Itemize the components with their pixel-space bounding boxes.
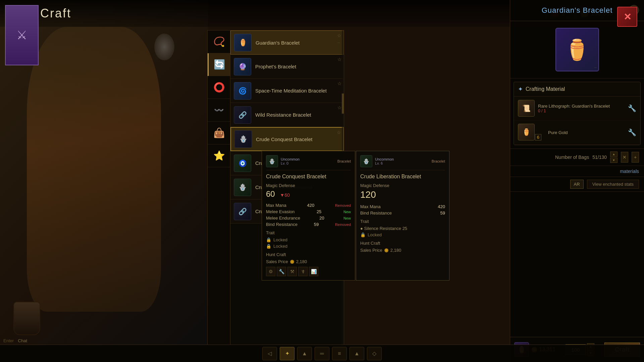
wrench-icon: 🔧 [628,104,636,112]
stat-row: Melee Endurance 20 New [266,216,351,221]
mirror-prop [154,34,174,60]
nav-diamond[interactable]: ✦ [280,347,294,360]
tooltip-type: Bracelet [337,159,351,163]
trait-locked-right: Locked [368,232,382,237]
trait-name: Locked [273,237,287,242]
sales-label: Sales Price [266,259,288,264]
tooltip-icon-5[interactable]: 📊 [309,267,318,276]
bottom-navigation: ◁ ✦ ▲ ═ ≡ ▲ ◇ [0,345,644,362]
tooltip-left-header: 🪬 Uncommon Lv. 0 Bracelet [266,155,351,170]
crafting-header-label: Crafting Material [526,86,565,92]
tooltip-icons-row: ⚙ 🔧 ⚒ 🗡 📊 [266,267,351,276]
nav-diamond-outline[interactable]: ◇ [367,347,382,360]
item-thumbnail: 🌀 [234,82,251,100]
trait-item-right: ● Silence Resistance 25 [360,226,445,231]
tooltip-container: 🪬 Uncommon Lv. 0 Bracelet Crude Conquest… [262,151,449,281]
close-button[interactable]: ✕ [617,7,637,27]
qty-arrows[interactable]: ▲ ▼ [610,152,618,163]
item-dots: ··· [337,41,340,45]
item-name-label: Crude Conquest Bracelet [256,136,340,142]
chat-label[interactable]: Chat [18,338,27,343]
tooltip-icon-1[interactable]: ⚙ [266,267,275,276]
trait-name-2: Locked [273,244,287,249]
bags-label: Number of Bags [555,155,589,160]
favorite-icon[interactable]: ☆ [337,33,341,38]
tooltip-right-header: 🪬 Uncommon Lv. 6 Bracelet [360,155,445,170]
gold-material-icon: ⚱️ [518,124,535,140]
pot-decoration [13,302,40,335]
trait-silence: ● Silence Resistance 25 [360,226,407,231]
list-item[interactable]: 🔮 Prophet's Bracelet ☆ [230,55,344,79]
materials-link[interactable]: materials [510,166,644,177]
nav-menu[interactable]: ≡ [332,347,347,360]
nav-back[interactable]: ◁ [262,347,277,360]
close-qty-btn[interactable]: ✕ [621,152,628,163]
favorite-icon[interactable]: ☆ [337,81,342,86]
trait-label-right: Trait [360,219,445,224]
tooltip-icon-4[interactable]: 🗡 [298,267,308,276]
favorite-icon[interactable]: ☆ [337,57,342,62]
stat-row: Bind Resistance 59 Removed [266,222,351,227]
list-item[interactable]: 🪬 Crude Conquest Bracelet ☆ [230,127,344,151]
bag-icon: 👜 [213,127,225,138]
tooltip-icon-3[interactable]: ⚒ [287,267,297,276]
crafting-materials-panel: ✦ Crafting Material 📜 Rare Lithograph: G… [514,82,641,145]
bracelet-icon: 🔄 [214,59,225,70]
settings-btn[interactable]: + [632,152,639,163]
tooltip-item-icon-small-right: 🪬 [360,155,372,167]
category-necklace[interactable]: 📿 [208,31,230,53]
qty-up-arrow[interactable]: ▲ [610,152,618,157]
trait-label: Trait [266,230,351,235]
sales-label-right: Sales Price [360,248,382,253]
detail-image-area: ⚱️ [510,21,644,78]
list-item[interactable]: 🔗 Wild Resistance Bracelet ☆ [230,103,344,127]
item-thumbnail: 🧿 [234,155,251,172]
tooltip-stat-label: Magic Defense [266,183,351,188]
favorite-icon[interactable]: ☆ [337,130,341,135]
tooltip-stat-value: 60 ▼60 [266,189,351,199]
lock-icon-2: 🔒 [266,244,271,249]
category-sidebar: 📿 🔄 ⭕ 〰️ 👜 ⭐ [207,30,230,345]
detail-panel: Guardian's Bracelet % ⚱️ ✦ Crafting Mate… [510,0,644,362]
character-silhouette [27,27,161,312]
chat-bar: Enter Chat [3,338,27,344]
category-favorite[interactable]: ⭐ [208,144,230,167]
lock-icon: 🔒 [266,237,271,242]
gold-material-area: ⚱️ 6 [518,124,541,141]
category-bag[interactable]: 👜 [208,122,230,144]
crafting-header: ✦ Crafting Material [514,82,640,97]
list-item[interactable]: 🌀 Space-Time Meditation Bracelet ☆ [230,79,344,103]
scroll-thumb[interactable] [342,94,344,114]
ar-button[interactable]: AR [570,180,584,189]
lock-icon-right: 🔒 [360,232,366,237]
enchanted-area: AR View enchanted stats [510,177,644,192]
tooltip-stat-label-right: Magic Defense [360,183,445,188]
nav-up-1[interactable]: ▲ [297,347,312,360]
tooltip-right: 🪬 Uncommon Lv. 6 Bracelet Crude Liberati… [356,151,449,281]
tooltip-item-icon-small: 🪬 [266,155,278,167]
item-thumbnail: 🔗 [234,203,251,220]
category-ring[interactable]: ⭕ [208,76,230,99]
tooltip-level: Lv. 0 [281,161,300,165]
favorite-icon[interactable]: ☆ [337,105,342,110]
crafting-icon: ✦ [518,85,523,93]
view-enchanted-button[interactable]: View enchanted stats [587,180,639,189]
page-title: Craft [40,6,71,20]
nav-horizontal[interactable]: ═ [315,347,329,360]
sales-gold-icon-right [384,248,388,252]
stat-row: Melee Evasion 25 New [266,209,351,214]
tooltip-stats: Max Mana 420 Removed Melee Evasion 25 Ne… [266,203,351,227]
tooltip-stat-value-right: 120 [360,189,445,200]
stat-row-right-2: Bind Resistance 59 [360,210,445,216]
tooltip-icon-2[interactable]: 🔧 [277,267,286,276]
material-icon: 📜 [518,100,535,117]
list-item[interactable]: ⚱️ Guardian's Bracelet ··· ☆ [230,31,344,55]
category-bracelet[interactable]: 🔄 [208,53,230,76]
tooltip-level-right: Lv. 6 [375,161,394,165]
sales-value-right: 2,180 [390,248,401,253]
wrench-icon-2: 🔧 [628,128,636,136]
nav-up-2[interactable]: ▲ [350,347,364,360]
tooltip-rarity: Uncommon [281,157,300,161]
category-belt[interactable]: 〰️ [208,99,230,122]
qty-down-arrow[interactable]: ▼ [610,158,618,163]
